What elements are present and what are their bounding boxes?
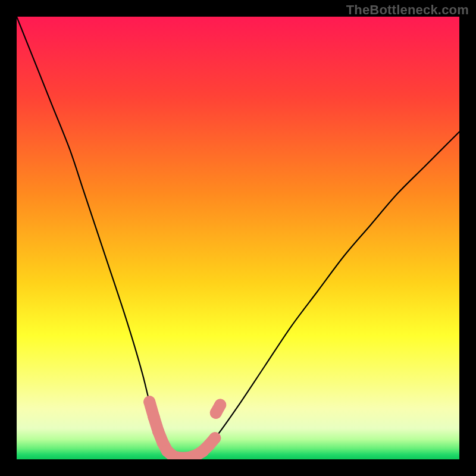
marker-dot (214, 399, 226, 411)
marker-dot (148, 411, 160, 423)
plot-area (17, 17, 459, 459)
chart-frame: TheBottleneck.com (0, 0, 476, 476)
marker-dot (209, 432, 221, 444)
bottleneck-chart (17, 17, 459, 459)
gradient-background (17, 17, 459, 459)
marker-dot (143, 396, 155, 408)
watermark-text: TheBottleneck.com (346, 2, 469, 18)
marker-dot (152, 425, 164, 437)
